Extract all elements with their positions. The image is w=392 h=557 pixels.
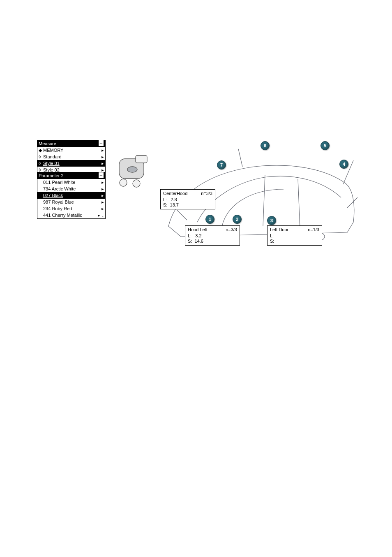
marker-2: 2 xyxy=(233,215,242,224)
marker-3: 3 xyxy=(267,216,276,225)
menu2-item: 234 Ruby Red▸ xyxy=(37,205,105,212)
menu2-item: 441 Cherry Metallic▸ ↓ xyxy=(37,212,105,218)
device-menu-measure: Measure← ◆MEMORY▸ ◊Standard▸ ◊Style 01▸ … xyxy=(37,140,106,174)
marker-4: 4 xyxy=(339,160,348,169)
handheld-device-illustration xyxy=(114,154,151,191)
callout-leftdoor: Left Doorn=1/3 L:S: xyxy=(267,225,322,246)
menu2-header: Parameter 2 xyxy=(39,173,64,178)
svg-point-6 xyxy=(127,167,137,172)
callout-hoodleft: Hood Leftn=3/3 L: 3.2S: 14.6 xyxy=(185,225,240,246)
marker-5: 5 xyxy=(321,141,330,150)
menu2-item: 987 Royal Blue▸ xyxy=(37,199,105,205)
top-illustration: Measure← ◆MEMORY▸ ◊Standard▸ ◊Style 01▸ … xyxy=(0,0,392,255)
back-arrow-icon: ← xyxy=(99,172,104,178)
svg-rect-3 xyxy=(136,155,147,163)
back-arrow-icon: ← xyxy=(99,140,104,146)
menu1-item: ◆MEMORY▸ xyxy=(37,147,105,153)
marker-1: 1 xyxy=(205,215,214,224)
marker-7: 7 xyxy=(217,160,226,169)
device-menu-parameter: Parameter 2← 011 Pearl White▸ 734 Arctic… xyxy=(37,172,106,219)
svg-point-5 xyxy=(133,180,140,187)
menu2-item: 734 Arctic White▸ xyxy=(37,186,105,192)
menu1-item: ◊Standard▸ xyxy=(37,153,105,160)
callout-centerhood: CenterHoodn=3/3 L: 2.8S: 13.7 xyxy=(160,189,215,209)
menu2-item-selected: 027 Black▸ xyxy=(37,192,105,199)
menu1-item-selected: ◊Style 01▸ xyxy=(37,160,105,167)
menu2-item: 011 Pearl White▸ xyxy=(37,179,105,186)
marker-6: 6 xyxy=(261,141,270,150)
svg-point-4 xyxy=(120,179,127,186)
menu1-header: Measure xyxy=(39,141,56,146)
